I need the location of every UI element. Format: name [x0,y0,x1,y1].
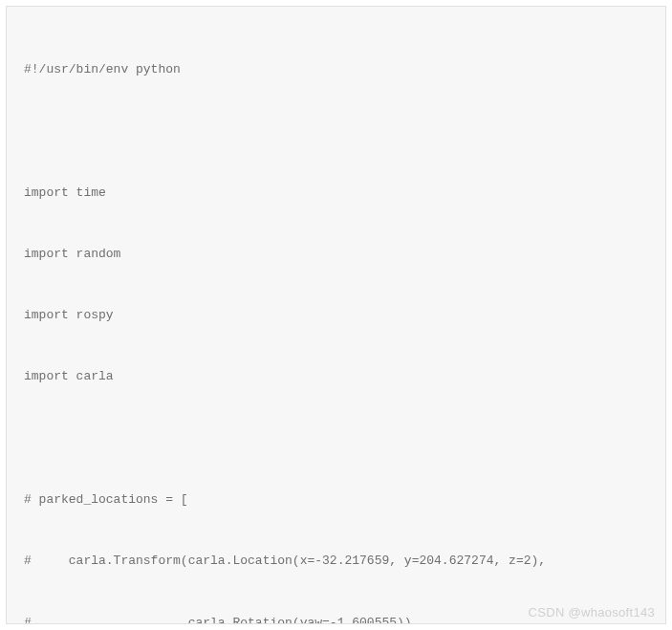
code-line: import random [24,244,648,264]
code-line: import time [24,183,648,203]
code-line [24,120,648,141]
code-block: #!/usr/bin/env python import time import… [6,6,666,624]
code-line: import rospy [24,305,648,325]
watermark-text: CSDN @whaosoft143 [529,602,655,622]
code-line: # carla.Transform(carla.Location(x=-32.2… [24,551,648,571]
code-line: import carla [24,366,648,386]
code-line: #!/usr/bin/env python [24,59,648,79]
code-line: # parked_locations = [ [24,489,648,510]
code-line [24,428,648,448]
